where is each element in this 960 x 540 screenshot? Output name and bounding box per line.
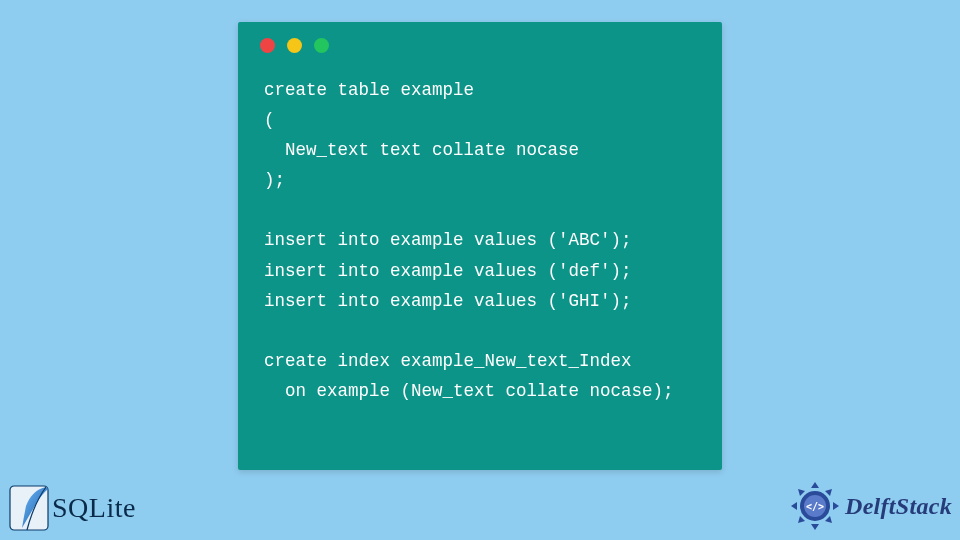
minimize-dot-icon bbox=[287, 38, 302, 53]
close-dot-icon bbox=[260, 38, 275, 53]
sqlite-logo: SQLite bbox=[8, 484, 136, 532]
delftstack-gear-icon: </> bbox=[789, 480, 841, 532]
delftstack-label: DelftStack bbox=[845, 493, 952, 520]
window-buttons bbox=[238, 22, 722, 61]
code-window: create table example ( New_text text col… bbox=[238, 22, 722, 470]
code-block: create table example ( New_text text col… bbox=[238, 61, 722, 406]
svg-marker-3 bbox=[791, 502, 797, 510]
sqlite-label: SQLite bbox=[52, 492, 136, 524]
svg-marker-4 bbox=[833, 502, 839, 510]
sqlite-feather-icon bbox=[8, 484, 50, 532]
delftstack-logo: </> DelftStack bbox=[789, 480, 952, 532]
svg-marker-1 bbox=[811, 482, 819, 488]
zoom-dot-icon bbox=[314, 38, 329, 53]
svg-marker-8 bbox=[825, 516, 832, 523]
svg-text:</>: </> bbox=[806, 501, 824, 512]
svg-marker-5 bbox=[798, 489, 805, 496]
svg-marker-7 bbox=[798, 516, 805, 523]
svg-marker-6 bbox=[825, 489, 832, 496]
svg-marker-2 bbox=[811, 524, 819, 530]
